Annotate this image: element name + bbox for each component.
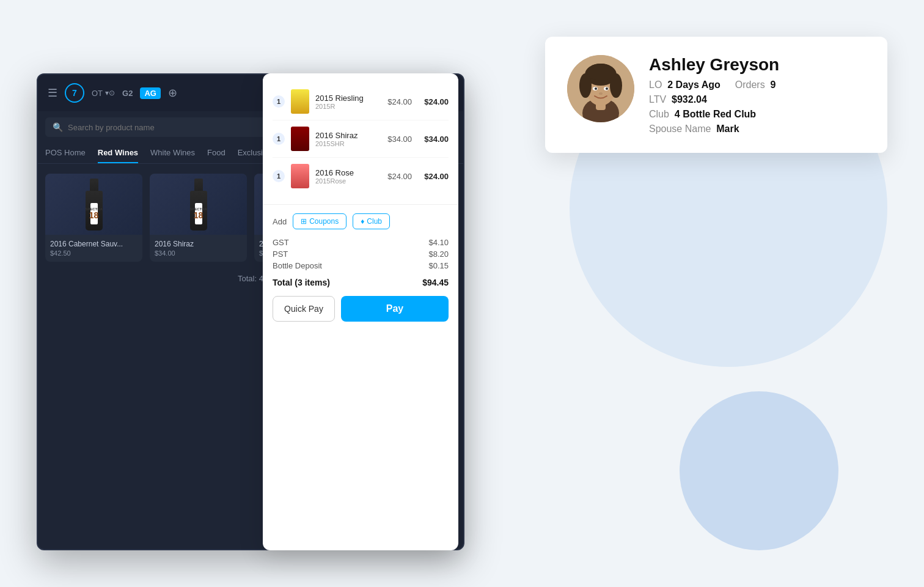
svg-point-11 [606,87,608,90]
pst-value: $8.20 [428,249,449,259]
product-image: SPECTRA 18 [45,174,142,235]
bottle-deposit-value: $0.15 [428,261,449,270]
wifi-icon: ▾⊙ [105,89,115,97]
item-details: 2016 Shiraz 2015SHR [315,131,375,147]
item-qty: 1 [273,133,285,145]
item-name: 2016 Shiraz [315,131,375,140]
orders-value: 9 [771,79,776,90]
bottle-deposit-label: Bottle Deposit [273,261,322,270]
quick-pay-button[interactable]: Quick Pay [273,296,335,322]
cart-item[interactable]: 1 2016 Rose 2015Rose $24.00 $24.00 [273,158,449,194]
product-price: $42.50 [50,249,138,257]
club-icon: ♦ [361,217,364,226]
customer-name: Ashley Greyson [649,55,865,75]
coupons-button[interactable]: ⊞ Coupons [293,213,346,229]
cart-panel: 1 2015 Riesling 2015R $24.00 $24.00 1 20… [263,73,458,550]
badge-g2[interactable]: G2 [122,89,133,98]
club-label: Club [367,217,382,226]
item-thumbnail [291,164,309,188]
tax-row-bottle: Bottle Deposit $0.15 [273,261,449,270]
total-summary-label: Total (3 items) [273,278,330,287]
cart-items-list: 1 2015 Riesling 2015R $24.00 $24.00 1 20… [263,73,458,205]
total-summary-value: $94.45 [422,278,449,287]
item-unit-price: $24.00 [381,97,412,106]
wine-bottle: SPECTRA 18 [82,179,106,231]
item-sku: 2015Rose [315,177,375,185]
tax-row-gst: GST $4.10 [273,238,449,247]
wine-bottle: SPECTRA 18 [186,179,211,231]
orders-label: Orders [735,79,765,90]
ltv-label: LTV [649,94,666,105]
pay-button[interactable]: Pay [341,296,449,322]
search-icon: 🔍 [53,122,63,132]
spouse-label: Spouse Name [649,124,711,134]
total-summary-row: Total (3 items) $94.45 [273,278,449,287]
gst-label: GST [273,238,289,247]
main-container: Ashley Greyson LO 2 Days Ago Orders 9 LT… [37,37,887,550]
svg-point-7 [587,64,614,81]
item-details: 2016 Rose 2015Rose [315,168,375,185]
product-info: 2016 Shiraz $34.00 [150,235,247,262]
badge-ag[interactable]: AG [140,87,161,99]
customer-card: Ashley Greyson LO 2 Days Ago Orders 9 LT… [545,37,887,153]
lo-label: LO [649,79,662,90]
item-name: 2015 Riesling [315,94,375,103]
pst-label: PST [273,249,288,259]
avatar [567,55,634,122]
item-unit-price: $34.00 [381,135,412,144]
bottle-label: SPECTRA 18 [195,203,202,224]
bottle-neck [90,179,98,191]
lo-value: 2 Days Ago [667,79,721,90]
badge-ot: OT ▾⊙ [92,89,115,98]
cart-item[interactable]: 1 2015 Riesling 2015R $24.00 $24.00 [273,83,449,120]
product-info: 2016 Cabernet Sauv... $42.50 [45,235,142,262]
club-value: 4 Bottle Red Club [675,109,756,119]
item-total-price: $24.00 [418,97,449,106]
tab-white-wines[interactable]: White Wines [150,143,195,163]
tab-food[interactable]: Food [207,143,226,163]
item-thumbnail [291,127,309,151]
product-card[interactable]: SPECTRA 18 2016 Shiraz $34.00 [150,174,247,262]
bottle-body: SPECTRA 18 [86,191,103,231]
ltv-value: $932.04 [672,94,707,105]
logo-badge[interactable]: 7 [65,83,84,103]
item-qty: 1 [273,170,285,182]
customer-club: Club 4 Bottle Red Club [649,109,865,120]
coupon-icon: ⊞ [301,217,307,226]
cart-items: 1 2015 Riesling 2015R $24.00 $24.00 1 20… [263,73,458,205]
customer-meta-row: LO 2 Days Ago Orders 9 [649,79,865,90]
svg-point-12 [599,92,603,95]
item-unit-price: $24.00 [381,172,412,181]
tab-red-wines[interactable]: Red Wines [98,143,138,163]
coupon-label: Coupons [309,217,339,226]
bottle-neck [194,179,203,191]
product-card[interactable]: SPECTRA 18 2016 Cabernet Sauv... $42.50 [45,174,142,262]
add-row: Add ⊞ Coupons ♦ Club [273,213,449,229]
bottle-label: SPECTRA 18 [90,203,98,224]
tax-row-pst: PST $8.20 [273,249,449,259]
product-price: $34.00 [155,249,242,257]
item-name: 2016 Rose [315,168,375,177]
item-details: 2015 Riesling 2015R [315,94,375,110]
item-sku: 2015R [315,103,375,110]
svg-point-10 [595,87,597,90]
cart-item[interactable]: 1 2016 Shiraz 2015SHR $34.00 $34.00 [273,120,449,158]
product-name: 2016 Cabernet Sauv... [50,240,138,248]
label-number: 18 [89,211,99,220]
hamburger-icon[interactable]: ☰ [48,86,57,100]
club-label: Club [649,109,669,119]
customer-spouse: Spouse Name Mark [649,124,865,135]
product-image: SPECTRA 18 [150,174,247,235]
item-qty: 1 [273,95,285,108]
add-icon[interactable]: ⊕ [168,86,177,100]
item-thumbnail [291,89,309,114]
cart-footer: Add ⊞ Coupons ♦ Club GST $4.10 PST $8.20 [263,205,458,330]
club-button[interactable]: ♦ Club [353,213,390,229]
gst-value: $4.10 [428,238,449,247]
action-buttons: Quick Pay Pay [273,296,449,322]
spouse-value: Mark [716,124,739,134]
item-total-price: $24.00 [418,172,449,181]
add-label: Add [273,217,287,226]
tab-pos-home[interactable]: POS Home [45,143,86,163]
label-number: 18 [194,211,204,220]
